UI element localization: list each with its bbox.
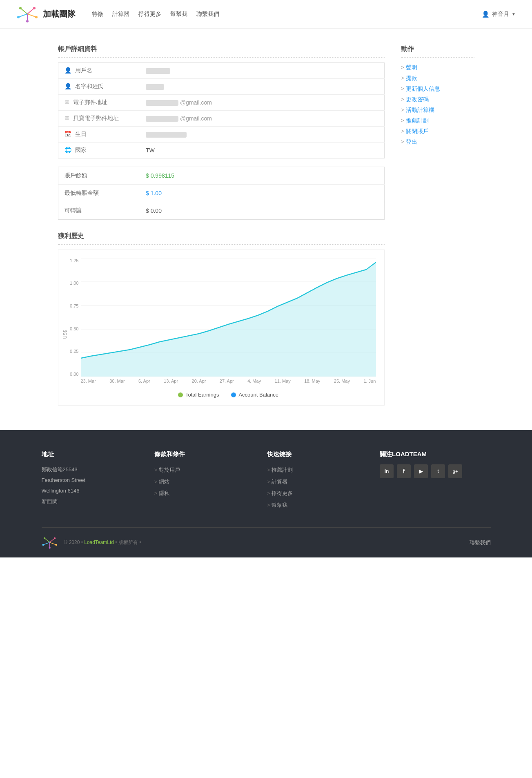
chevron-icon: > (154, 490, 158, 496)
svg-line-20 (43, 543, 49, 545)
chevron-icon: > (401, 117, 404, 124)
footer-address-title: 地址 (42, 450, 134, 458)
footer-terms-website[interactable]: >網站 (154, 476, 247, 488)
transferable-row: 可轉讓 $ 0.00 (58, 202, 384, 220)
username-display: 神音月 (492, 11, 509, 18)
legend-green-dot (178, 392, 183, 397)
email-icon: ✉ (65, 99, 69, 105)
footer-terms-users[interactable]: >對於用戶 (154, 464, 247, 476)
social-youtube[interactable]: ▶ (414, 464, 428, 478)
footer-quick-col: 快速鍵接 >推薦計劃 >計算器 >掙得更多 >幫幫我 (267, 450, 359, 511)
x-label: 6. Apr (138, 379, 150, 383)
list-item: >更改密碼 (401, 94, 474, 105)
min-transfer-row: 最低轉賬金額 $ 1.00 (58, 185, 384, 202)
earnings-title: 獲利歷史 (58, 232, 385, 245)
chevron-down-icon: ▼ (512, 12, 516, 16)
footer-address-line3: Wellington 6146 (42, 486, 134, 496)
nav-help[interactable]: 幫幫我 (170, 11, 187, 18)
list-item: >登出 (401, 137, 474, 147)
social-twitter[interactable]: t (431, 464, 445, 478)
action-logout[interactable]: >登出 (401, 138, 417, 145)
chevron-icon: > (401, 75, 404, 81)
social-googleplus[interactable]: g+ (448, 464, 462, 478)
nav-contact[interactable]: 聯繫我們 (196, 11, 219, 18)
action-statement[interactable]: >聲明 (401, 64, 417, 71)
footer-copyright: © 2020 • LoadTeamLtd • 版權所有 • (64, 539, 141, 546)
footer-logo-icon (42, 536, 58, 549)
action-list: >聲明 >提款 >更新個人信息 >更改密碼 >活動計算機 >推薦計劃 (401, 62, 474, 147)
chevron-icon: > (401, 138, 404, 145)
x-axis: 23. Mar 30. Mar 6. Apr 13. Apr 20. Apr 2… (81, 377, 376, 383)
x-label: 11. May (275, 379, 291, 383)
svg-point-7 (33, 7, 36, 9)
x-label: 13. Apr (164, 379, 178, 383)
footer-contact-link[interactable]: 聯繫我們 (470, 539, 491, 546)
svg-point-10 (26, 20, 29, 22)
chart-legend: Total Earnings Account Balance (81, 388, 376, 401)
balance-table: 賬戶餘額 $ 0.998115 最低轉賬金額 $ 1.00 可轉讓 $ 0.00 (58, 167, 385, 220)
legend-account-balance: Account Balance (231, 392, 278, 398)
list-item: >更新個人信息 (401, 84, 474, 94)
balance-value: $ 0.998115 (140, 167, 384, 185)
nav-calculator[interactable]: 計算器 (112, 11, 129, 18)
footer-terms-col: 條款和條件 >對於用戶 >網站 >隱私 (154, 450, 247, 511)
footer-address-line2: Featherston Street (42, 475, 134, 486)
footer-bottom: © 2020 • LoadTeamLtd • 版權所有 • 聯繫我們 (42, 527, 491, 557)
calendar-icon: 📅 (65, 131, 71, 137)
chevron-icon: > (154, 467, 158, 473)
svg-point-9 (35, 16, 38, 18)
svg-line-4 (27, 14, 36, 17)
social-facebook[interactable]: f (397, 464, 411, 478)
user-menu[interactable]: 👤 神音月 ▼ (482, 11, 516, 18)
footer-quick-help[interactable]: >幫幫我 (267, 499, 359, 511)
table-row: 👤 名字和姓氏 (58, 79, 384, 95)
nav-features[interactable]: 特徵 (92, 11, 103, 18)
logo[interactable]: 加載團隊 (16, 5, 76, 23)
svg-point-24 (53, 537, 55, 539)
field-label-birthday: 生日 (75, 131, 87, 137)
social-linkedin[interactable]: in (380, 464, 394, 478)
logo-icon (16, 5, 39, 23)
action-referral[interactable]: >推薦計劃 (401, 117, 429, 124)
chevron-icon: > (267, 479, 270, 485)
footer-quick-referral[interactable]: >推薦計劃 (267, 464, 359, 476)
chevron-icon: > (401, 128, 404, 134)
transferable-value: $ 0.00 (140, 202, 384, 220)
country-value: TW (146, 147, 155, 154)
chevron-icon: > (154, 479, 158, 485)
x-label: 30. Mar (109, 379, 125, 383)
footer-quick-calculator[interactable]: >計算器 (267, 476, 359, 488)
legend-balance-label: Account Balance (238, 392, 278, 398)
action-activity-calc[interactable]: >活動計算機 (401, 107, 434, 113)
footer-quick-earn[interactable]: >掙得更多 (267, 488, 359, 499)
list-item: >推薦計劃 (401, 116, 474, 126)
action-change-password[interactable]: >更改密碼 (401, 96, 429, 103)
logo-text: 加載團隊 (43, 9, 76, 20)
action-update-info[interactable]: >更新個人信息 (401, 85, 440, 92)
svg-line-19 (49, 538, 54, 542)
account-details-title: 帳戶詳細資料 (58, 45, 385, 58)
username-value-blurred (146, 68, 170, 74)
nav-earn-more[interactable]: 掙得更多 (138, 11, 161, 18)
paypal-suffix: @gmail.com (180, 115, 212, 122)
field-label-username: 用戶名 (75, 67, 92, 74)
x-label: 20. Apr (192, 379, 206, 383)
table-row: 🌐 國家 TW (58, 143, 384, 158)
user-icon: 👤 (482, 11, 490, 18)
name-value-blurred (146, 84, 164, 90)
legend-blue-dot (231, 392, 236, 397)
chevron-icon: > (401, 107, 404, 113)
footer-terms-privacy[interactable]: >隱私 (154, 488, 247, 499)
footer-quick-title: 快速鍵接 (267, 450, 359, 458)
footer-company-link[interactable]: LoadTeamLtd (84, 539, 114, 545)
table-row: ✉ 電子郵件地址 @gmail.com (58, 95, 384, 111)
action-withdraw[interactable]: >提款 (401, 75, 417, 81)
table-row: 📅 生日 (58, 127, 384, 143)
field-label-country: 國家 (75, 147, 87, 153)
transferable-label: 可轉讓 (58, 202, 140, 220)
legend-total-label: Total Earnings (185, 392, 219, 398)
action-close-account[interactable]: >關閉賬戶 (401, 128, 429, 134)
table-row: ✉ 貝寶電子郵件地址 @gmail.com (58, 111, 384, 127)
chevron-icon: > (401, 96, 404, 103)
y-axis-label: US$ (62, 330, 67, 339)
